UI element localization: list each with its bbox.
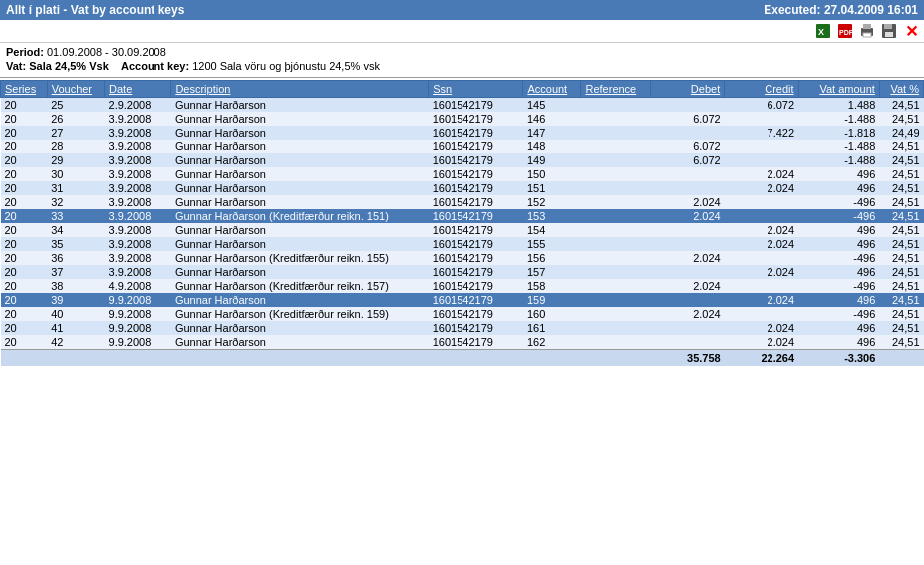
cell: 3.9.2008 [105, 251, 171, 265]
col-header-description[interactable]: Description [171, 81, 429, 98]
footer-ssn [429, 350, 523, 367]
footer-date [105, 350, 171, 367]
cell: 20 [1, 251, 48, 265]
cell [581, 265, 650, 279]
cell: 157 [523, 265, 581, 279]
cell: Gunnar Harðarson [171, 223, 429, 237]
cell: 6.072 [650, 112, 724, 126]
cell: 9.9.2008 [105, 307, 171, 321]
cell [581, 126, 650, 140]
footer-credit: 22.264 [725, 350, 798, 367]
cell: 2.024 [650, 279, 724, 293]
cell: 2.9.2008 [105, 98, 171, 113]
cell: 35 [47, 237, 104, 251]
cell: 1601542179 [429, 181, 523, 195]
cell: 1601542179 [429, 321, 523, 335]
save-icon[interactable] [880, 22, 898, 40]
cell: 3.9.2008 [105, 112, 171, 126]
cell: 3.9.2008 [105, 181, 171, 195]
cell: 496 [798, 237, 879, 251]
cell: 145 [523, 98, 581, 113]
cell [650, 126, 724, 140]
pdf-icon[interactable]: PDF [836, 22, 854, 40]
col-header-reference[interactable]: Reference [581, 81, 650, 98]
cell: 20 [1, 195, 48, 209]
cell: 3.9.2008 [105, 195, 171, 209]
cell: 32 [47, 195, 104, 209]
svg-text:PDF: PDF [839, 29, 853, 36]
cell: Gunnar Harðarson [171, 181, 429, 195]
cell [725, 279, 798, 293]
cell: Gunnar Harðarson (Kreditfærður reikn. 15… [171, 251, 429, 265]
cell: 1601542179 [429, 251, 523, 265]
excel-icon[interactable]: X [814, 22, 832, 40]
svg-rect-6 [863, 33, 871, 37]
cell [650, 98, 724, 113]
cell: 3.9.2008 [105, 265, 171, 279]
cell [581, 293, 650, 307]
cell: 4.9.2008 [105, 279, 171, 293]
cell: 20 [1, 112, 48, 126]
cell [581, 112, 650, 126]
cell: 39 [47, 293, 104, 307]
col-header-ssn[interactable]: Ssn [429, 81, 523, 98]
table-row: 20409.9.2008Gunnar Harðarson (Kreditfærð… [1, 307, 924, 321]
cell: 20 [1, 167, 48, 181]
table-row: 20303.9.2008Gunnar Harðarson160154217915… [1, 167, 924, 181]
table-row: 20263.9.2008Gunnar Harðarson160154217914… [1, 112, 924, 126]
cell: 1601542179 [429, 153, 523, 167]
cell: 2.024 [725, 237, 798, 251]
col-header-date[interactable]: Date [105, 81, 171, 98]
cell: 24,51 [879, 181, 923, 195]
cell [581, 153, 650, 167]
cell: 3.9.2008 [105, 223, 171, 237]
cell: 38 [47, 279, 104, 293]
cell: 20 [1, 279, 48, 293]
col-header-vat-amount[interactable]: Vat amount [798, 81, 879, 98]
cell: 6.072 [650, 140, 724, 153]
cell [581, 140, 650, 153]
cell: Gunnar Harðarson [171, 126, 429, 140]
cell: 24,51 [879, 195, 923, 209]
col-header-account[interactable]: Account [523, 81, 581, 98]
cell: 1601542179 [429, 307, 523, 321]
print-icon[interactable] [858, 22, 876, 40]
cell [725, 140, 798, 153]
col-header-voucher[interactable]: Voucher [47, 81, 104, 98]
table-footer-row: 35.758 22.264 -3.306 [1, 350, 924, 367]
cell: 2.024 [725, 223, 798, 237]
cell: 1601542179 [429, 195, 523, 209]
footer-voucher [47, 350, 104, 367]
cell: 149 [523, 153, 581, 167]
app-title: Allt í plati - Vat by account keys [6, 3, 184, 17]
cell: 24,51 [879, 153, 923, 167]
table-row: 20283.9.2008Gunnar Harðarson160154217914… [1, 140, 924, 153]
cell: 24,51 [879, 112, 923, 126]
cell: 1601542179 [429, 167, 523, 181]
cell: 24,51 [879, 237, 923, 251]
cell: 496 [798, 293, 879, 307]
svg-rect-9 [885, 32, 893, 37]
cell [725, 251, 798, 265]
cell: 1601542179 [429, 279, 523, 293]
cell: 496 [798, 167, 879, 181]
cell: 36 [47, 251, 104, 265]
cell: 29 [47, 153, 104, 167]
cell: 3.9.2008 [105, 153, 171, 167]
cell: 2.024 [725, 167, 798, 181]
cell: 3.9.2008 [105, 237, 171, 251]
cell: 2.024 [725, 321, 798, 335]
table-row: 20384.9.2008Gunnar Harðarson (Kreditfærð… [1, 279, 924, 293]
table-row: 20419.9.2008Gunnar Harðarson160154217916… [1, 321, 924, 335]
col-header-vat-pct[interactable]: Vat % [879, 81, 923, 98]
cell: 2.024 [650, 209, 724, 223]
cell: 27 [47, 126, 104, 140]
close-icon[interactable]: ✕ [902, 22, 920, 40]
cell [650, 237, 724, 251]
cell: 37 [47, 265, 104, 279]
col-header-debet[interactable]: Debet [650, 81, 724, 98]
col-header-series[interactable]: Series [1, 81, 48, 98]
cell: 24,51 [879, 279, 923, 293]
cell: 153 [523, 209, 581, 223]
col-header-credit[interactable]: Credit [725, 81, 798, 98]
